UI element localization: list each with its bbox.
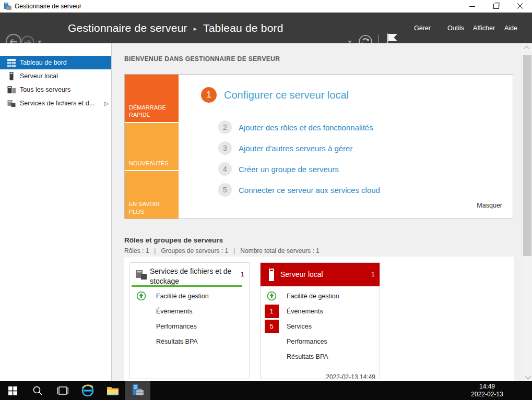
navigation-bar: Gestionnaire de serveur ▸ Tableau de bor…	[0, 13, 532, 43]
file-services-icon	[135, 269, 148, 281]
row-label[interactable]: Résultats BPA	[287, 349, 328, 364]
close-button[interactable]	[508, 0, 532, 13]
menu-aide[interactable]: Aide	[504, 13, 517, 43]
tile-row-resultats-bpa[interactable]: Résultats BPA	[130, 334, 249, 349]
quickstart-link-configure-local-server[interactable]: Configurer ce serveur local	[224, 87, 349, 103]
local-server-icon	[7, 71, 16, 81]
breadcrumb-root[interactable]: Gestionnaire de serveur	[68, 22, 187, 34]
sidebar-item-label: Serveur local	[20, 72, 58, 80]
sidebar-item-serveur-local[interactable]: Serveur local	[0, 69, 111, 83]
welcome-tile: DÉMARRAGE RAPIDE NOUVEAUTÉS EN SAVOIR PL…	[124, 74, 513, 219]
status-up-arrow-icon	[267, 291, 277, 301]
ribbon-demarrage-rapide[interactable]: DÉMARRAGE RAPIDE	[125, 75, 179, 122]
tile-title[interactable]: Serveur local	[280, 270, 369, 280]
tile-row-evenements[interactable]: Événements	[130, 304, 249, 319]
ribbon-nouveautes[interactable]: NOUVEAUTÉS	[125, 123, 179, 171]
services-alert-badge[interactable]: 5	[265, 320, 279, 333]
sidebar-item-label: Tableau de bord	[20, 59, 67, 66]
tile-row-services[interactable]: 5 Services	[261, 319, 380, 334]
tile-timestamp: 2022-02-13 14:49	[326, 373, 375, 379]
tile-row-resultats-bpa[interactable]: Résultats BPA	[261, 349, 380, 364]
tile-row-performances[interactable]: Performances	[261, 334, 380, 349]
vertical-scrollbar[interactable]	[523, 43, 532, 381]
tile-row-evenements[interactable]: 1 Événements	[261, 304, 380, 319]
welcome-heading: BIENVENUE DANS GESTIONNAIRE DE SERVEUR	[124, 55, 280, 63]
breadcrumb: Gestionnaire de serveur ▸ Tableau de bor…	[68, 13, 283, 43]
row-label[interactable]: Performances	[287, 334, 327, 349]
row-label[interactable]: Événements	[287, 304, 323, 319]
search-button[interactable]	[25, 381, 50, 400]
sidebar-item-label: Tous les serveurs	[20, 86, 70, 93]
quickstart-step-number: 3	[218, 141, 232, 155]
expand-arrow-icon[interactable]: ▷	[104, 101, 109, 106]
tile-count: 1	[241, 270, 244, 278]
tray-time: 14:49	[479, 383, 495, 391]
tile-services-fichiers-stockage: Services de fichiers et de stockage 1 Fa…	[129, 262, 250, 379]
sidebar-item-tableau-de-bord[interactable]: Tableau de bord	[0, 56, 111, 69]
quickstart-step-number: 4	[218, 162, 232, 176]
menu-afficher[interactable]: Afficher	[473, 13, 495, 43]
tile-serveur-local: Serveur local 1 Facilité de gestion 1 Év…	[260, 262, 380, 379]
tray-date: 2022-02-13	[471, 391, 503, 398]
taskbar: FRA 14:49 2022-02-13 1	[0, 381, 532, 400]
main-content: BIENVENUE DANS GESTIONNAIRE DE SERVEUR D…	[112, 43, 523, 381]
file-explorer-icon	[106, 385, 120, 396]
tile-row-facilite-gestion[interactable]: Facilité de gestion	[130, 288, 249, 304]
sidebar-item-services-de-fichiers[interactable]: Services de fichiers et d... ▷	[0, 96, 111, 110]
scroll-down-button[interactable]	[523, 372, 532, 381]
row-label[interactable]: Facilité de gestion	[287, 288, 339, 304]
restore-button[interactable]	[484, 0, 508, 13]
quickstart-link-create-server-group[interactable]: Créer un groupe de serveurs	[239, 162, 339, 176]
tile-title[interactable]: Services de fichiers et de stockage	[150, 266, 232, 286]
sidebar-item-tous-les-serveurs[interactable]: Tous les serveurs	[0, 83, 111, 96]
quickstart-link-add-servers[interactable]: Ajouter d’autres serveurs à gérer	[239, 141, 352, 155]
menu-outils[interactable]: Outils	[447, 13, 464, 43]
tile-status-line	[132, 285, 242, 287]
quickstart-link-add-roles[interactable]: Ajouter des rôles et des fonctionnalités	[239, 120, 373, 134]
internet-explorer-button[interactable]	[75, 381, 100, 400]
roles-panel: Services de fichiers et de stockage 1 Fa…	[124, 257, 514, 381]
menu-gerer[interactable]: Gérer	[414, 13, 431, 43]
row-label[interactable]: Services	[287, 319, 312, 334]
tile-header-alert: Serveur local 1	[261, 263, 380, 286]
search-icon	[32, 385, 43, 396]
tile-row-facilite-gestion[interactable]: Facilité de gestion	[261, 288, 380, 304]
roles-summary: Rôles : 1|Groupes de serveurs : 1|Nombre…	[124, 247, 320, 254]
breadcrumb-current[interactable]: Tableau de bord	[203, 22, 283, 34]
sidebar: Tableau de bord Serveur local Tous les s…	[0, 43, 111, 381]
server-manager-app-icon	[4, 2, 12, 10]
clock[interactable]: 14:49 2022-02-13	[469, 381, 505, 400]
quickstart-link-connect-cloud[interactable]: Connecter ce serveur aux services cloud	[239, 183, 380, 197]
file-services-icon	[7, 99, 16, 108]
row-label[interactable]: Résultats BPA	[156, 334, 198, 349]
task-view-button[interactable]	[50, 381, 75, 400]
chevron-down-icon	[525, 373, 531, 379]
total-servers-count: Nombre total de serveurs : 1	[240, 247, 319, 254]
windows-logo-icon	[8, 386, 17, 395]
quickstart-step-number: 5	[218, 183, 232, 197]
hide-welcome-link[interactable]: Masquer	[477, 202, 502, 209]
server-groups-count: Groupes de serveurs : 1	[161, 247, 228, 254]
events-alert-badge[interactable]: 1	[265, 305, 279, 318]
start-button[interactable]	[0, 381, 25, 400]
row-label[interactable]: Événements	[156, 304, 192, 319]
ribbon-en-savoir-plus[interactable]: EN SAVOIR PLUS	[125, 171, 179, 219]
task-view-icon	[57, 386, 68, 395]
local-server-icon	[268, 268, 275, 282]
scrollbar-thumb[interactable]	[523, 55, 531, 256]
roles-section-title: Rôles et groupes de serveurs	[124, 236, 223, 244]
roles-count: Rôles : 1	[124, 247, 149, 254]
scroll-up-button[interactable]	[523, 43, 532, 52]
server-manager-taskbar-button[interactable]	[125, 381, 150, 400]
row-label[interactable]: Facilité de gestion	[156, 288, 209, 304]
tile-row-performances[interactable]: Performances	[130, 319, 249, 334]
row-label[interactable]: Performances	[156, 319, 197, 334]
welcome-ribbon: DÉMARRAGE RAPIDE NOUVEAUTÉS EN SAVOIR PL…	[125, 75, 179, 219]
summary-separator: |	[154, 247, 156, 254]
chevron-up-icon	[524, 45, 529, 51]
quickstart-step-number: 1	[201, 87, 217, 103]
minimize-button[interactable]	[460, 0, 484, 13]
minimize-icon	[469, 6, 475, 7]
all-servers-icon	[7, 85, 16, 94]
file-explorer-button[interactable]	[100, 381, 125, 400]
